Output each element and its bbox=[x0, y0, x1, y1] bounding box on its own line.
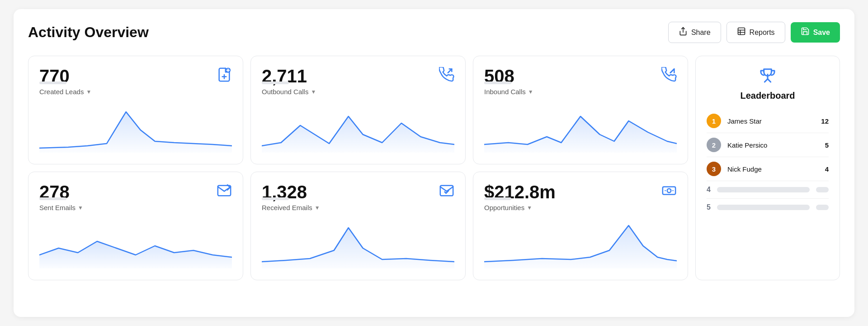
date-range-bar bbox=[39, 82, 66, 84]
phone-inbound-icon bbox=[661, 67, 677, 86]
cash-icon bbox=[661, 183, 677, 201]
leaderboard-row-3: 3 Nick Fudge 4 bbox=[707, 157, 829, 181]
rank-num-4: 4 bbox=[707, 186, 711, 194]
chevron-down-icon: ▼ bbox=[315, 205, 320, 211]
received-emails-label[interactable]: Received Emails ▼ bbox=[262, 204, 320, 211]
date-range-bar bbox=[484, 82, 511, 84]
mail-outbound-icon bbox=[217, 183, 232, 201]
card-opportunities: $212.8m Opportunities ▼ bbox=[473, 172, 688, 280]
reports-button[interactable]: Reports bbox=[726, 22, 785, 43]
lb-name-placeholder-5 bbox=[717, 205, 810, 210]
received-emails-chart bbox=[262, 219, 454, 268]
header: Activity Overview Share bbox=[28, 22, 840, 43]
header-actions: Share Reports bbox=[668, 22, 840, 43]
card-outbound-calls: 2,711 Outbound Calls ▼ bbox=[250, 56, 466, 164]
lb-score-placeholder-4 bbox=[816, 187, 829, 192]
outbound-calls-label[interactable]: Outbound Calls ▼ bbox=[262, 88, 316, 96]
card-created-leads: 770 Created Leads ▼ bbox=[28, 56, 243, 164]
svg-rect-1 bbox=[738, 28, 745, 35]
sent-emails-label[interactable]: Sent Emails ▼ bbox=[39, 204, 83, 211]
save-label: Save bbox=[813, 29, 830, 37]
opportunities-chart bbox=[484, 219, 677, 268]
chevron-down-icon: ▼ bbox=[528, 89, 533, 95]
svg-rect-13 bbox=[663, 187, 675, 195]
reports-label: Reports bbox=[750, 29, 775, 37]
leaderboard-title: Leaderboard bbox=[707, 91, 829, 101]
leaderboard-row-4: 4 bbox=[707, 181, 829, 199]
trophy-icon bbox=[707, 66, 829, 88]
rank-num-5: 5 bbox=[707, 203, 711, 211]
inbound-calls-chart bbox=[484, 103, 677, 153]
dashboard-container: Activity Overview Share bbox=[14, 9, 854, 317]
rank-badge-2: 2 bbox=[707, 138, 721, 152]
save-button[interactable]: Save bbox=[791, 22, 840, 43]
date-range-bar bbox=[39, 197, 66, 200]
card-header: $212.8m Opportunities ▼ bbox=[484, 182, 677, 211]
chevron-down-icon: ▼ bbox=[311, 89, 316, 95]
inbound-calls-label[interactable]: Inbound Calls ▼ bbox=[484, 88, 533, 96]
lb-score-1: 12 bbox=[821, 117, 829, 125]
save-icon bbox=[801, 27, 810, 38]
created-leads-label[interactable]: Created Leads ▼ bbox=[39, 88, 91, 96]
lb-name-1: James Star bbox=[727, 117, 815, 125]
card-header: 508 Inbound Calls ▼ bbox=[484, 66, 677, 96]
card-header: 278 Sent Emails ▼ bbox=[39, 182, 232, 211]
lb-score-placeholder-5 bbox=[816, 205, 829, 210]
share-icon bbox=[679, 27, 688, 38]
chevron-down-icon: ▼ bbox=[527, 205, 532, 211]
phone-outbound-icon bbox=[439, 67, 454, 86]
card-received-emails: 1,328 Received Emails ▼ bbox=[250, 172, 466, 280]
lb-name-2: Katie Persico bbox=[727, 141, 819, 149]
sent-emails-chart bbox=[39, 219, 232, 268]
leaderboard-row-5: 5 bbox=[707, 199, 829, 216]
rank-badge-1: 1 bbox=[707, 114, 721, 128]
created-leads-chart bbox=[39, 103, 232, 153]
main-grid: 770 Created Leads ▼ bbox=[28, 56, 840, 280]
card-sent-emails: 278 Sent Emails ▼ bbox=[28, 172, 243, 280]
leaderboard-card: Leaderboard 1 James Star 12 2 Katie Pers… bbox=[695, 56, 840, 280]
card-header: 1,328 Received Emails ▼ bbox=[262, 182, 454, 211]
card-header: 2,711 Outbound Calls ▼ bbox=[262, 66, 454, 96]
date-range-bar bbox=[262, 82, 289, 84]
rank-badge-3: 3 bbox=[707, 162, 721, 176]
date-range-bar bbox=[484, 197, 511, 200]
lb-name-3: Nick Fudge bbox=[727, 165, 819, 173]
file-plus-icon bbox=[217, 67, 232, 86]
share-label: Share bbox=[691, 29, 711, 37]
svg-point-14 bbox=[667, 189, 671, 193]
lb-name-placeholder-4 bbox=[717, 187, 810, 192]
chevron-down-icon: ▼ bbox=[78, 205, 83, 211]
mail-check-icon bbox=[439, 183, 454, 201]
date-range-bar bbox=[262, 197, 289, 200]
leaderboard-row-1: 1 James Star 12 bbox=[707, 109, 829, 133]
card-inbound-calls: 508 Inbound Calls ▼ bbox=[473, 56, 688, 164]
chevron-down-icon: ▼ bbox=[86, 89, 91, 95]
opportunities-label[interactable]: Opportunities ▼ bbox=[484, 204, 556, 211]
share-button[interactable]: Share bbox=[668, 22, 721, 43]
outbound-calls-chart bbox=[262, 103, 454, 153]
leaderboard-row-2: 2 Katie Persico 5 bbox=[707, 133, 829, 157]
card-header: 770 Created Leads ▼ bbox=[39, 66, 232, 96]
reports-icon bbox=[737, 27, 746, 38]
lb-score-2: 5 bbox=[825, 141, 829, 149]
page-title: Activity Overview bbox=[28, 24, 149, 41]
lb-score-3: 4 bbox=[825, 165, 829, 173]
